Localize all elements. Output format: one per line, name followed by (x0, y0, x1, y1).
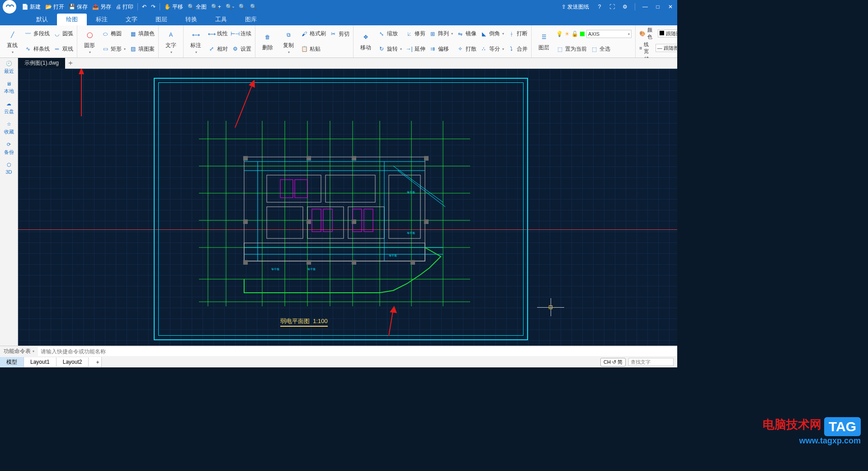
add-tab-button[interactable]: ＋ (65, 58, 76, 68)
offset-button[interactable]: ⇉偏移 (427, 44, 455, 54)
tab-default[interactable]: 默认 (27, 14, 57, 25)
fix-button[interactable]: ⟀修剪 (404, 29, 427, 38)
undo-button[interactable]: ↶ (140, 3, 148, 11)
sidebar-item-favorite[interactable]: ☆收藏 (4, 121, 14, 135)
copy-button[interactable]: ⧉复制▾ (278, 26, 299, 57)
layer-select[interactable]: 💡☀🔓 AXIS▾ (554, 29, 633, 39)
tab-layer[interactable]: 图层 (146, 14, 176, 25)
layout-tab-model[interactable]: 模型 (0, 357, 24, 367)
zoom-window-button[interactable]: 🔍 (237, 3, 247, 11)
save-button[interactable]: 💾保存 (67, 2, 90, 12)
ribbon: ╱直线▾ 〰多段线 ∿样条线 ◡圆弧 ═双线 ◯圆形▾ ⬭椭圆 ▭矩形▾ ▦填颜… (0, 25, 677, 58)
setcurrent-button[interactable]: ⬚置为当前 (554, 44, 589, 54)
drawing-canvas[interactable]: 等平衡等平衡 等平衡等平衡 等平衡 弱电平面图 1:100 (18, 69, 677, 346)
divide-icon: ∴ (480, 45, 487, 52)
rect-button[interactable]: ▭矩形▾ (100, 44, 127, 54)
print-button[interactable]: 🖨打印 (114, 2, 135, 12)
tab-convert[interactable]: 转换 (176, 14, 206, 25)
hatch-icon: ▨ (129, 45, 137, 52)
tab-draw[interactable]: 绘图 (57, 14, 87, 25)
fullscreen-button[interactable]: ⛶ (608, 3, 616, 11)
scale-button[interactable]: ⤡缩放 (376, 29, 404, 38)
continuous-button[interactable]: ⊢⊣连续 (230, 29, 253, 38)
hatch-button[interactable]: ▨填图案 (127, 44, 156, 54)
ribbon-tabs: 默认 绘图 标注 文字 图层 转换 工具 图库 (0, 14, 677, 25)
zoom-extents-button[interactable]: 🔍 (248, 3, 259, 11)
circle-button[interactable]: ◯圆形▾ (79, 26, 100, 57)
tab-text[interactable]: 文字 (117, 14, 146, 25)
ellipse-icon: ⬭ (102, 30, 109, 38)
command-panel-label[interactable]: 功能命令表 ▾ (0, 347, 38, 355)
add-layout-button[interactable]: ＋ (89, 357, 102, 367)
send-drawing-button[interactable]: ⇪发送图纸 (560, 2, 591, 12)
pan-button[interactable]: ✋平移 (162, 2, 185, 12)
fillcolor-button[interactable]: ▦填颜色 (127, 29, 156, 38)
maximize-button[interactable]: □ (654, 3, 662, 11)
xline-button[interactable]: ═双线 (52, 44, 75, 54)
open-button[interactable]: 📂打开 (43, 2, 66, 12)
line-button[interactable]: ╱直线▾ (2, 26, 23, 57)
move-button[interactable]: ✥移动 (355, 26, 376, 57)
arc-button[interactable]: ◡圆弧 (52, 29, 75, 38)
linear-button[interactable]: ⟷线性 (206, 29, 230, 38)
equal-button[interactable]: ∴等分▾ (478, 44, 506, 54)
array-button[interactable]: ⊞阵列▾ (427, 29, 455, 38)
mirror-button[interactable]: ⇋镜像 (455, 29, 478, 38)
new-button[interactable]: 📄新建 (20, 2, 42, 12)
break-button[interactable]: ⟊打断 (506, 29, 529, 38)
extend-button[interactable]: →|延伸 (404, 44, 427, 54)
layout-tab-2[interactable]: Layout2 (57, 357, 89, 366)
layout-tab-1[interactable]: Layout1 (24, 357, 57, 366)
lineweight-select[interactable]: ≡线宽— 跟随图层▾ (637, 41, 677, 55)
text-button[interactable]: A文字▾ (160, 26, 181, 57)
paste-button[interactable]: 📋粘贴 (299, 44, 328, 54)
mirror-icon: ⇋ (457, 30, 464, 38)
quick-access-toolbar: 📄新建 📂打开 💾保存 📤另存 🖨打印 ↶ ↷ ✋平移 🔍全图 🔍+ 🔍- 🔍 … (20, 2, 259, 12)
paintbrush-icon: 🖌 (301, 30, 308, 38)
sidebar-item-backup[interactable]: ⟳备份 (4, 142, 14, 156)
find-text-input[interactable] (628, 358, 674, 366)
trim-button[interactable]: ✂剪切 (328, 29, 351, 39)
scissors-icon: ✂ (330, 30, 337, 38)
zoom-in-button[interactable]: 🔍+ (209, 3, 223, 11)
explode-button[interactable]: ✧打散 (455, 44, 478, 54)
matchprop-button[interactable]: 🖌格式刷 (299, 29, 328, 38)
delete-button[interactable]: 🗑删除 (257, 26, 278, 57)
spline-button[interactable]: ∿样条线 (23, 44, 52, 54)
close-button[interactable]: ✕ (666, 3, 675, 11)
chamfer-button[interactable]: ◣倒角▾ (478, 29, 506, 38)
aligned-button[interactable]: ⤢相对 (206, 44, 230, 54)
ime-indicator[interactable]: CH ↺ 简 (600, 358, 626, 366)
zoom-out-button[interactable]: 🔍- (224, 3, 236, 11)
cursor-crosshair (537, 298, 564, 316)
line-icon: ╱ (6, 29, 18, 41)
dimsettings-button[interactable]: ⚙设置 (230, 44, 253, 54)
minimize-button[interactable]: — (641, 3, 649, 11)
gear-icon: ⚙ (231, 45, 239, 52)
tab-library[interactable]: 图库 (236, 14, 266, 25)
sidebar-item-recent[interactable]: 🕘最近 (4, 61, 14, 75)
color-select[interactable]: 🎨颜色 跟随图层▾ (637, 26, 677, 41)
ellipse-button[interactable]: ⬭椭圆 (100, 29, 127, 38)
selectall-button[interactable]: ⬚全选 (589, 44, 612, 54)
help-button[interactable]: ? (595, 3, 604, 11)
tab-annotate[interactable]: 标注 (87, 14, 117, 25)
zoom-button[interactable]: 🔍全图 (186, 2, 208, 12)
layer-button[interactable]: ☰图层 (533, 26, 554, 57)
tab-tools[interactable]: 工具 (206, 14, 236, 25)
merge-button[interactable]: ⤵合并 (506, 44, 529, 54)
sidebar-item-3d[interactable]: ⬡3D (5, 162, 12, 175)
sidebar-item-local[interactable]: 🖥本地 (4, 81, 14, 95)
save-icon: 💾 (69, 4, 75, 10)
command-input[interactable] (38, 347, 677, 356)
saveas-button[interactable]: 📤另存 (90, 2, 113, 12)
file-tab[interactable]: 示例图(1).dwg (18, 58, 65, 69)
settings-button[interactable]: ⚙ (621, 3, 629, 11)
polyline-button[interactable]: 〰多段线 (23, 29, 52, 38)
redo-button[interactable]: ↷ (149, 3, 157, 11)
rotate-button[interactable]: ↻旋转▾ (376, 44, 404, 54)
sidebar-item-cloud[interactable]: ☁云盘 (4, 101, 14, 115)
move-icon: ✥ (360, 31, 372, 43)
dim-button[interactable]: ⟷标注▾ (185, 26, 206, 57)
monitor-icon: 🖥 (6, 81, 11, 86)
